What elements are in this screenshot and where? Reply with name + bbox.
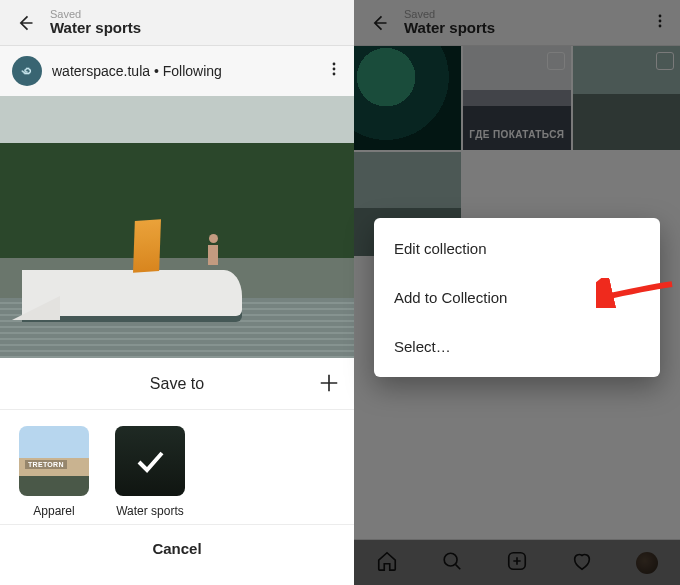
sheet-title: Save to (150, 375, 204, 393)
menu-item-edit-collection[interactable]: Edit collection (374, 224, 660, 273)
left-screenshot: Saved Water sports ꩜ waterspace.tula • F… (0, 0, 354, 585)
check-icon (134, 445, 166, 477)
dimming-overlay (0, 0, 354, 356)
brand-tag: TRETORN (25, 460, 67, 469)
collections-row: TRETORN Apparel Water sports (0, 410, 354, 524)
menu-item-add-to-collection[interactable]: Add to Collection (374, 273, 660, 322)
cancel-label: Cancel (152, 540, 201, 557)
save-to-sheet: Save to TRETORN Apparel Water sports Can… (0, 358, 354, 572)
context-menu: Edit collection Add to Collection Select… (374, 218, 660, 377)
collection-thumb: TRETORN (19, 426, 89, 496)
collection-item-water-sports[interactable]: Water sports (114, 426, 186, 518)
plus-icon (318, 372, 340, 394)
sheet-header: Save to (0, 358, 354, 410)
new-collection-button[interactable] (318, 372, 340, 398)
right-screenshot: Saved Water sports ГДЕ ПОКАТАТЬСЯ Edit c… (354, 0, 680, 585)
collection-label: Apparel (33, 504, 74, 518)
collection-thumb (115, 426, 185, 496)
menu-item-select[interactable]: Select… (374, 322, 660, 371)
collection-item-apparel[interactable]: TRETORN Apparel (18, 426, 90, 518)
cancel-button[interactable]: Cancel (0, 524, 354, 572)
collection-label: Water sports (116, 504, 184, 518)
